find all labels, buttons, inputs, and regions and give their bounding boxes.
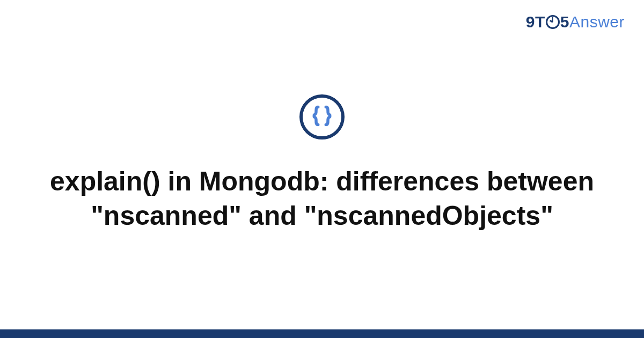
category-badge	[299, 94, 345, 139]
main-content: explain() in Mongodb: differences betwee…	[0, 0, 644, 338]
footer-accent-bar	[0, 329, 644, 338]
question-title: explain() in Mongodb: differences betwee…	[43, 164, 601, 233]
code-braces-icon	[310, 104, 334, 130]
